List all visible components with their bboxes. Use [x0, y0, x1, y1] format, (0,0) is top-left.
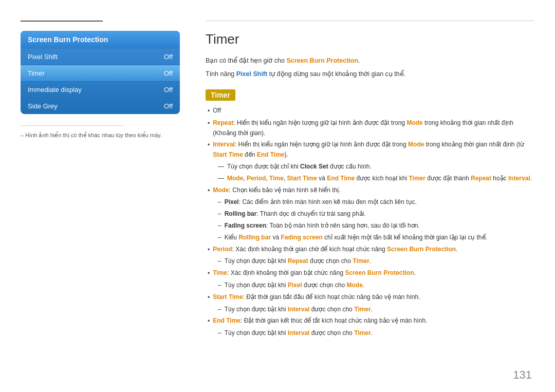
dash-start-time-text: Tùy chọn được bật khi Interval được chọn…: [225, 305, 373, 315]
intro-line1: Bạn có thể đặt hẹn giờ cho Screen Burn P…: [206, 55, 534, 66]
fading-screen-bold: Fading screen: [225, 222, 266, 229]
endtime-ref: End Time: [327, 175, 355, 182]
menu-title: Screen Burn Protection: [21, 31, 180, 49]
sidebar-divider: [21, 125, 123, 126]
page-container: Screen Burn Protection Pixel Shift Off T…: [0, 0, 555, 392]
time-ref: Time: [269, 175, 284, 182]
dash-fading: – Fading screen: Toàn bộ màn hình trở nê…: [206, 221, 534, 231]
menu-item-side-grey-label: Side Grey: [28, 102, 58, 110]
period-label: Period: [213, 246, 232, 253]
bullet-repeat-content: Repeat: Hiển thị kiểu ngăn hiện tượng gi…: [213, 118, 534, 139]
rolling-bar-ref: Rolling bar: [238, 234, 271, 241]
page-title: Timer: [206, 31, 534, 47]
end-time-label: End Time: [213, 317, 240, 324]
period-ref: Period: [247, 175, 266, 182]
bullet-dot-period: •: [208, 245, 210, 255]
menu-item-immediate-value: Off: [164, 86, 173, 94]
sidebar-top-line: [21, 21, 103, 22]
bullet-start-time-content: Start Time: Đặt thời gian bắt đầu để kíc…: [213, 292, 420, 303]
dash-clock-dash: —: [218, 162, 224, 172]
dash-pixel-text: Pixel: Các điểm ảnh trên màn hình xen kẽ…: [225, 197, 417, 208]
menu-item-timer-label: Timer: [28, 69, 45, 77]
bullet-dot-start-time: •: [208, 293, 210, 303]
repeat-ref2: Repeat: [471, 175, 491, 182]
period-sbp-ref: Screen Burn Protection: [387, 246, 456, 253]
repeat-label: Repeat: [213, 119, 233, 126]
bullet-dot-mode: •: [208, 186, 210, 196]
repeat-mode-ref: Mode: [406, 119, 422, 126]
menu-item-side-grey-value: Off: [164, 102, 173, 110]
menu-item-timer[interactable]: Timer Off: [21, 65, 180, 82]
bullet-dot-off: •: [208, 106, 210, 117]
bullet-dot-interval: •: [208, 140, 210, 151]
intro-line2: Tính năng Pixel Shift tự động dừng sau m…: [206, 69, 534, 79]
dash-end-time-note: – Tùy chọn được bật khi Interval được ch…: [206, 328, 534, 339]
sidebar-note: – Hình ảnh hiển thị có thể khác nhau tùy…: [21, 131, 180, 140]
start-time-timer-ref: Timer: [354, 306, 371, 313]
bullet-off-text: Off: [213, 106, 221, 116]
dash-time-dash: –: [218, 281, 221, 291]
menu-item-side-grey[interactable]: Side Grey Off: [21, 98, 180, 114]
dash-start-time-dash: –: [218, 305, 221, 315]
dash-clock-text: Tùy chọn được bật chỉ khi Clock Set được…: [227, 162, 372, 172]
interval-label: Interval: [213, 141, 235, 148]
dash-mode-period-text: Mode, Period, Time, Start Time và End Ti…: [227, 174, 532, 184]
dash-rolling-fading-dash: –: [218, 233, 221, 243]
menu-item-immediate-display[interactable]: Immediate display Off: [21, 82, 180, 98]
dash-period-note: – Tùy chọn được bật khi Repeat được chọn…: [206, 256, 534, 267]
top-line: [206, 21, 534, 21]
end-time-timer-ref: Timer: [354, 329, 371, 337]
period-repeat-ref: Repeat: [288, 257, 308, 265]
interval-ref2: Interval: [508, 175, 530, 182]
bullet-interval-content: Interval: Hiển thị kiểu ngăn hiện tượng …: [213, 140, 534, 160]
bullet-end-time: • End Time: Đặt thời gian kết thúc để tắ…: [206, 316, 534, 327]
mode-ref: Mode: [227, 175, 243, 182]
menu-item-pixel-shift-label: Pixel Shift: [28, 53, 58, 61]
bullet-dot-end-time: •: [208, 316, 210, 327]
fading-screen-ref: Fading screen: [281, 234, 322, 241]
main-content: Timer Bạn có thể đặt hẹn giờ cho Screen …: [195, 15, 534, 377]
interval-mode-ref: Mode: [408, 141, 424, 148]
period-timer-ref: Timer: [353, 257, 369, 265]
content-list: • Off • Repeat: Hiển thị kiểu ngăn hiện …: [206, 106, 534, 339]
mode-label: Mode: [213, 186, 229, 194]
bullet-repeat: • Repeat: Hiển thị kiểu ngăn hiện tượng …: [206, 118, 534, 139]
dash-mode-period-dash: —: [218, 174, 224, 184]
time-sbp-ref: Screen Burn Protection: [345, 269, 414, 276]
time-label: Time: [213, 269, 227, 276]
time-pixel-ref: Pixel: [288, 282, 302, 289]
dash-clock-set: — Tùy chọn được bật chỉ khi Clock Set đư…: [206, 162, 534, 172]
intro-highlight-pixel: Pixel Shift: [236, 70, 267, 78]
bullet-mode-content: Mode: Chọn kiểu bảo vệ màn hình sẽ hiển …: [213, 185, 340, 196]
time-mode-ref: Mode: [346, 282, 362, 289]
dash-time-text: Tùy chọn được bật khi Pixel được chọn ch…: [225, 281, 364, 291]
dash-fading-dash: –: [218, 221, 221, 231]
intro-highlight-sbp: Screen Burn Protection: [286, 57, 358, 64]
clock-set-bold: Clock Set: [300, 163, 328, 170]
pixel-bold: Pixel: [225, 198, 239, 206]
dash-pixel-dash: –: [218, 197, 221, 208]
bullet-time: • Time: Xác định khoảng thời gian bật ch…: [206, 268, 534, 279]
dash-rolling-bar: – Rolling bar: Thanh dọc di chuyển từ tr…: [206, 209, 534, 219]
page-number: 131: [513, 368, 532, 382]
interval-starttime-ref: Start Time: [213, 151, 243, 158]
end-time-interval-ref: Interval: [288, 329, 310, 337]
bullet-mode: • Mode: Chọn kiểu bảo vệ màn hình sẽ hiể…: [206, 185, 534, 196]
dash-rolling-fading-text: Kiểu Rolling bar và Fading screen chỉ xu…: [225, 233, 487, 243]
bullet-period-content: Period: Xác định khoảng thời gian chờ để…: [213, 245, 457, 255]
menu-item-pixel-shift-value: Off: [164, 53, 173, 61]
rolling-bar-bold: Rolling bar: [225, 210, 257, 217]
section-heading: Timer: [206, 89, 235, 101]
bullet-off: • Off: [206, 106, 534, 117]
dash-end-time-text: Tùy chọn được bật khi Interval được chọn…: [225, 328, 373, 339]
menu-box: Screen Burn Protection Pixel Shift Off T…: [21, 31, 180, 114]
start-time-interval-ref: Interval: [288, 306, 310, 313]
interval-endtime-ref: End Time: [257, 151, 285, 158]
menu-item-immediate-label: Immediate display: [28, 86, 82, 94]
start-time-label: Start Time: [213, 293, 243, 301]
menu-item-pixel-shift[interactable]: Pixel Shift Off: [21, 49, 180, 65]
bullet-dot-repeat: •: [208, 119, 210, 129]
starttime-ref: Start Time: [287, 175, 317, 182]
dash-mode-period: — Mode, Period, Time, Start Time và End …: [206, 174, 534, 184]
bullet-time-content: Time: Xác định khoảng thời gian bật chức…: [213, 268, 416, 278]
